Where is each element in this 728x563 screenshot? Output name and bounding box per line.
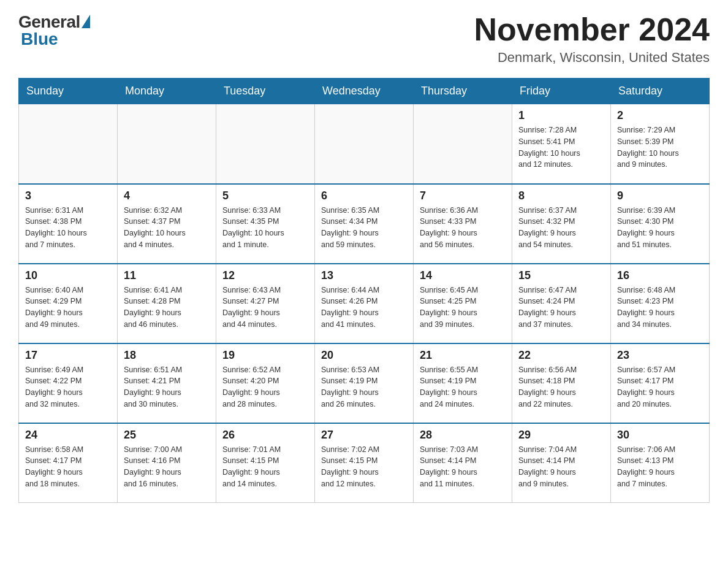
- day-number: 25: [124, 429, 210, 442]
- table-row: 26Sunrise: 7:01 AM Sunset: 4:15 PM Dayli…: [216, 423, 315, 503]
- day-number: 20: [321, 349, 407, 362]
- title-section: November 2024 Denmark, Wisconsin, United…: [474, 12, 710, 66]
- day-info: Sunrise: 6:55 AM Sunset: 4:19 PM Dayligh…: [420, 364, 506, 410]
- day-info: Sunrise: 7:28 AM Sunset: 5:41 PM Dayligh…: [518, 124, 604, 170]
- table-row: [216, 104, 315, 184]
- table-row: 24Sunrise: 6:58 AM Sunset: 4:17 PM Dayli…: [19, 423, 118, 503]
- day-info: Sunrise: 6:40 AM Sunset: 4:29 PM Dayligh…: [25, 285, 111, 331]
- table-row: 25Sunrise: 7:00 AM Sunset: 4:16 PM Dayli…: [118, 423, 216, 503]
- header: General Blue November 2024 Denmark, Wisc…: [18, 12, 710, 66]
- table-row: 21Sunrise: 6:55 AM Sunset: 4:19 PM Dayli…: [414, 343, 512, 423]
- day-info: Sunrise: 6:49 AM Sunset: 4:22 PM Dayligh…: [25, 364, 111, 410]
- day-number: 22: [518, 349, 604, 362]
- table-row: [414, 104, 512, 184]
- day-number: 30: [617, 429, 703, 442]
- table-row: 6Sunrise: 6:35 AM Sunset: 4:34 PM Daylig…: [315, 184, 414, 264]
- day-info: Sunrise: 6:52 AM Sunset: 4:20 PM Dayligh…: [222, 364, 308, 410]
- day-number: 18: [124, 349, 210, 362]
- day-number: 29: [518, 429, 604, 442]
- day-info: Sunrise: 6:44 AM Sunset: 4:26 PM Dayligh…: [321, 285, 407, 331]
- day-number: 14: [420, 269, 506, 282]
- col-monday: Monday: [118, 79, 216, 104]
- day-number: 6: [321, 190, 407, 202]
- day-info: Sunrise: 7:02 AM Sunset: 4:15 PM Dayligh…: [321, 444, 407, 490]
- col-tuesday: Tuesday: [216, 79, 315, 104]
- day-number: 28: [420, 429, 506, 442]
- table-row: 23Sunrise: 6:57 AM Sunset: 4:17 PM Dayli…: [611, 343, 710, 423]
- table-row: 18Sunrise: 6:51 AM Sunset: 4:21 PM Dayli…: [118, 343, 216, 423]
- table-row: 13Sunrise: 6:44 AM Sunset: 4:26 PM Dayli…: [315, 264, 414, 343]
- calendar-week-row: 10Sunrise: 6:40 AM Sunset: 4:29 PM Dayli…: [19, 264, 710, 343]
- location-subtitle: Denmark, Wisconsin, United States: [474, 50, 710, 66]
- day-info: Sunrise: 7:04 AM Sunset: 4:14 PM Dayligh…: [518, 444, 604, 490]
- table-row: 4Sunrise: 6:32 AM Sunset: 4:37 PM Daylig…: [118, 184, 216, 264]
- table-row: 3Sunrise: 6:31 AM Sunset: 4:38 PM Daylig…: [19, 184, 118, 264]
- table-row: 7Sunrise: 6:36 AM Sunset: 4:33 PM Daylig…: [414, 184, 512, 264]
- table-row: 20Sunrise: 6:53 AM Sunset: 4:19 PM Dayli…: [315, 343, 414, 423]
- col-saturday: Saturday: [611, 79, 710, 104]
- day-number: 9: [617, 190, 703, 202]
- table-row: 28Sunrise: 7:03 AM Sunset: 4:14 PM Dayli…: [414, 423, 512, 503]
- day-number: 3: [25, 190, 111, 202]
- table-row: [315, 104, 414, 184]
- day-info: Sunrise: 6:39 AM Sunset: 4:30 PM Dayligh…: [617, 205, 703, 251]
- day-number: 13: [321, 269, 407, 282]
- table-row: 10Sunrise: 6:40 AM Sunset: 4:29 PM Dayli…: [19, 264, 118, 343]
- logo: General Blue: [18, 12, 90, 49]
- day-info: Sunrise: 7:01 AM Sunset: 4:15 PM Dayligh…: [222, 444, 308, 490]
- table-row: 16Sunrise: 6:48 AM Sunset: 4:23 PM Dayli…: [611, 264, 710, 343]
- day-number: 11: [124, 269, 210, 282]
- day-info: Sunrise: 7:00 AM Sunset: 4:16 PM Dayligh…: [124, 444, 210, 490]
- month-title: November 2024: [474, 12, 710, 47]
- day-info: Sunrise: 7:29 AM Sunset: 5:39 PM Dayligh…: [617, 124, 703, 170]
- day-number: 8: [518, 190, 604, 202]
- day-number: 2: [617, 109, 703, 122]
- day-number: 12: [222, 269, 308, 282]
- day-number: 19: [222, 349, 308, 362]
- day-number: 1: [518, 109, 604, 122]
- day-info: Sunrise: 6:57 AM Sunset: 4:17 PM Dayligh…: [617, 364, 703, 410]
- table-row: 19Sunrise: 6:52 AM Sunset: 4:20 PM Dayli…: [216, 343, 315, 423]
- day-info: Sunrise: 6:35 AM Sunset: 4:34 PM Dayligh…: [321, 205, 407, 251]
- day-info: Sunrise: 7:03 AM Sunset: 4:14 PM Dayligh…: [420, 444, 506, 490]
- logo-blue-text: Blue: [18, 29, 58, 49]
- day-info: Sunrise: 6:36 AM Sunset: 4:33 PM Dayligh…: [420, 205, 506, 251]
- day-info: Sunrise: 6:51 AM Sunset: 4:21 PM Dayligh…: [124, 364, 210, 410]
- day-number: 16: [617, 269, 703, 282]
- day-number: 23: [617, 349, 703, 362]
- day-info: Sunrise: 6:58 AM Sunset: 4:17 PM Dayligh…: [25, 444, 111, 490]
- col-sunday: Sunday: [19, 79, 118, 104]
- day-info: Sunrise: 6:32 AM Sunset: 4:37 PM Dayligh…: [124, 205, 210, 251]
- table-row: 15Sunrise: 6:47 AM Sunset: 4:24 PM Dayli…: [512, 264, 611, 343]
- day-info: Sunrise: 7:06 AM Sunset: 4:13 PM Dayligh…: [617, 444, 703, 490]
- table-row: 5Sunrise: 6:33 AM Sunset: 4:35 PM Daylig…: [216, 184, 315, 264]
- table-row: 27Sunrise: 7:02 AM Sunset: 4:15 PM Dayli…: [315, 423, 414, 503]
- day-info: Sunrise: 6:37 AM Sunset: 4:32 PM Dayligh…: [518, 205, 604, 251]
- day-info: Sunrise: 6:45 AM Sunset: 4:25 PM Dayligh…: [420, 285, 506, 331]
- day-number: 5: [222, 190, 308, 202]
- table-row: 2Sunrise: 7:29 AM Sunset: 5:39 PM Daylig…: [611, 104, 710, 184]
- table-row: 11Sunrise: 6:41 AM Sunset: 4:28 PM Dayli…: [118, 264, 216, 343]
- calendar-table: Sunday Monday Tuesday Wednesday Thursday…: [18, 78, 710, 503]
- day-number: 10: [25, 269, 111, 282]
- day-number: 4: [124, 190, 210, 202]
- col-friday: Friday: [512, 79, 611, 104]
- day-number: 17: [25, 349, 111, 362]
- day-info: Sunrise: 6:56 AM Sunset: 4:18 PM Dayligh…: [518, 364, 604, 410]
- table-row: 1Sunrise: 7:28 AM Sunset: 5:41 PM Daylig…: [512, 104, 611, 184]
- table-row: 29Sunrise: 7:04 AM Sunset: 4:14 PM Dayli…: [512, 423, 611, 503]
- table-row: 30Sunrise: 7:06 AM Sunset: 4:13 PM Dayli…: [611, 423, 710, 503]
- table-row: [19, 104, 118, 184]
- day-info: Sunrise: 6:53 AM Sunset: 4:19 PM Dayligh…: [321, 364, 407, 410]
- col-thursday: Thursday: [414, 79, 512, 104]
- day-number: 21: [420, 349, 506, 362]
- calendar-header-row: Sunday Monday Tuesday Wednesday Thursday…: [19, 79, 710, 104]
- table-row: 8Sunrise: 6:37 AM Sunset: 4:32 PM Daylig…: [512, 184, 611, 264]
- day-info: Sunrise: 6:48 AM Sunset: 4:23 PM Dayligh…: [617, 285, 703, 331]
- day-info: Sunrise: 6:47 AM Sunset: 4:24 PM Dayligh…: [518, 285, 604, 331]
- day-number: 26: [222, 429, 308, 442]
- table-row: 9Sunrise: 6:39 AM Sunset: 4:30 PM Daylig…: [611, 184, 710, 264]
- day-number: 24: [25, 429, 111, 442]
- calendar-week-row: 17Sunrise: 6:49 AM Sunset: 4:22 PM Dayli…: [19, 343, 710, 423]
- calendar-week-row: 1Sunrise: 7:28 AM Sunset: 5:41 PM Daylig…: [19, 104, 710, 184]
